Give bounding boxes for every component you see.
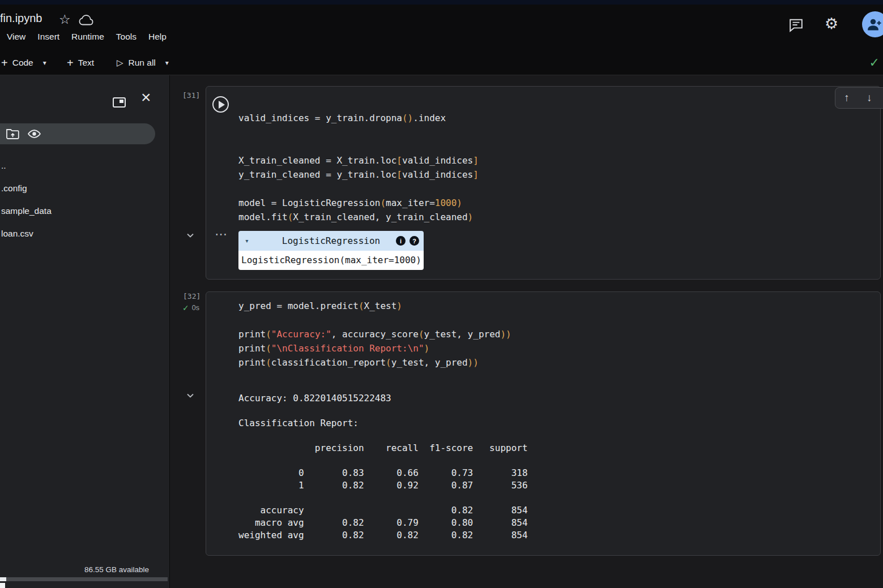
- run-all-button[interactable]: ▷ Run all ▾: [117, 51, 169, 75]
- all-cells-run-check-icon: ✓: [869, 55, 880, 70]
- help-icon[interactable]: ?: [409, 236, 419, 246]
- menu-help[interactable]: Help: [148, 32, 167, 42]
- execution-count: [31]: [182, 91, 200, 100]
- gear-icon: ⚙: [825, 15, 838, 32]
- cloud-icon[interactable]: [78, 14, 94, 27]
- notebook-title[interactable]: fin.ipynb: [0, 12, 42, 25]
- menu-view[interactable]: View: [7, 32, 25, 42]
- add-code-button[interactable]: + Code ▾: [1, 51, 46, 75]
- window-top-strip: [0, 0, 883, 5]
- toggle-hidden-files-button[interactable]: [27, 128, 41, 139]
- chevron-down-icon: ▾: [43, 59, 46, 67]
- collapse-output-button[interactable]: [185, 230, 196, 241]
- file-explorer-panel: × .. .: [0, 75, 170, 588]
- notebook-area: [31] valid_indices = y_train.dropna().in…: [170, 75, 883, 588]
- chevron-down-icon: ▾: [165, 59, 169, 67]
- file-item-loan-csv[interactable]: loan.csv: [0, 222, 169, 245]
- chevron-down-icon: [185, 390, 196, 401]
- add-text-button[interactable]: + Text: [67, 51, 94, 75]
- chevron-down-icon: [185, 230, 196, 241]
- menu-runtime[interactable]: Runtime: [71, 32, 104, 42]
- settings-button[interactable]: ⚙: [825, 15, 838, 33]
- upload-icon: [6, 128, 20, 140]
- estimator-repr: LogisticRegression(max_iter=1000): [238, 251, 424, 270]
- output-options-button[interactable]: ⋯: [215, 227, 228, 242]
- code-editor[interactable]: valid_indices = y_train.dropna().indexX_…: [238, 111, 479, 224]
- check-icon: ✓: [182, 303, 189, 312]
- file-list: .. .config sample_data loan.csv: [0, 154, 169, 245]
- arrow-up-icon: ↑: [844, 92, 850, 104]
- close-icon: ×: [141, 88, 151, 106]
- open-panel-button[interactable]: [112, 96, 127, 109]
- play-icon: [219, 101, 225, 109]
- run-cell-button[interactable]: [212, 96, 229, 113]
- cell-status: ✓ 0s: [182, 303, 199, 312]
- share-avatar-button[interactable]: [862, 11, 883, 37]
- eye-icon: [27, 128, 41, 139]
- collapse-output-button[interactable]: [185, 390, 196, 401]
- execution-time: 0s: [192, 304, 199, 312]
- move-cell-up-button[interactable]: ↑: [835, 92, 858, 104]
- file-item-parent[interactable]: ..: [0, 154, 169, 177]
- notebook-toolbar: + Code ▾ + Text ▷ Run all ▾ ✓: [0, 51, 883, 75]
- cell-output: Accuracy: 0.8220140515222483 Classificat…: [238, 392, 528, 542]
- execution-count: [32]: [183, 292, 201, 301]
- close-explorer-button[interactable]: ×: [141, 89, 151, 105]
- cell-toolbar: ↑ ↓: [835, 87, 883, 109]
- scrollbar-thumb[interactable]: [0, 583, 5, 588]
- disk-usage-fill: [0, 577, 6, 581]
- estimator-header[interactable]: ▾ LogisticRegression i ?: [238, 231, 424, 251]
- person-add-icon: [867, 16, 883, 32]
- disk-space-label: 86.55 GB available: [84, 565, 149, 574]
- move-cell-down-button[interactable]: ↓: [858, 92, 881, 104]
- estimator-widget: ▾ LogisticRegression i ? LogisticRegress…: [238, 231, 424, 270]
- comment-icon: [788, 18, 804, 32]
- menubar: View Insert Runtime Tools Help: [7, 32, 167, 42]
- code-editor[interactable]: y_pred = model.predict(X_test)print("Acc…: [238, 299, 511, 370]
- arrow-down-icon: ↓: [867, 92, 872, 104]
- menu-insert[interactable]: Insert: [37, 32, 59, 42]
- star-icon[interactable]: ☆: [59, 12, 71, 27]
- comments-button[interactable]: [788, 18, 804, 32]
- colab-notebook-app: fin.ipynb ☆ View Insert Runtime Tools He…: [0, 0, 883, 588]
- menu-tools[interactable]: Tools: [116, 32, 136, 42]
- caret-down-icon: ▾: [245, 237, 249, 245]
- play-outline-icon: ▷: [117, 58, 123, 68]
- topbar: fin.ipynb ☆ View Insert Runtime Tools He…: [0, 5, 883, 51]
- more-icon: ⋯: [215, 227, 228, 241]
- file-item-config[interactable]: .config: [0, 177, 169, 200]
- plus-icon: +: [1, 57, 8, 70]
- info-icon[interactable]: i: [396, 236, 406, 246]
- plus-icon: +: [67, 57, 74, 70]
- upload-file-button[interactable]: [6, 128, 20, 140]
- file-item-sample-data[interactable]: sample_data: [0, 200, 169, 222]
- open-panel-icon: [112, 96, 127, 109]
- explorer-toolbar: [0, 123, 155, 144]
- disk-usage-bar: [0, 577, 168, 581]
